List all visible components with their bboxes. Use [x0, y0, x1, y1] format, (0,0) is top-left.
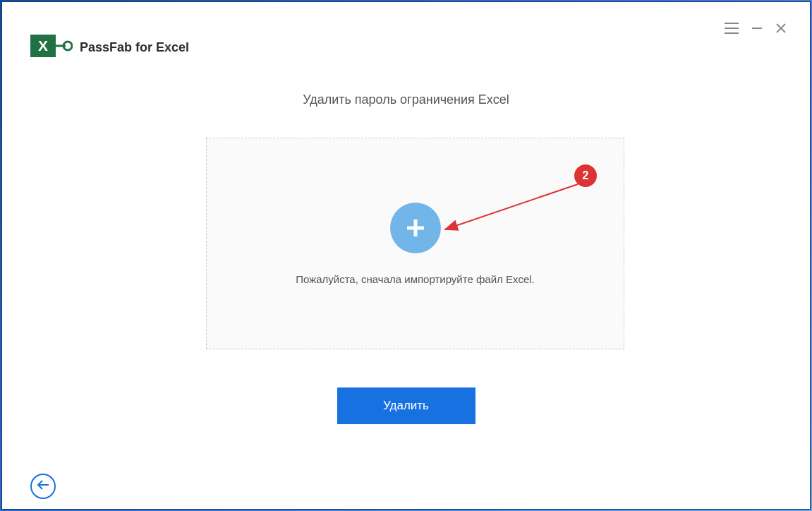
app-title: PassFab for Excel: [80, 40, 189, 55]
close-icon[interactable]: [775, 22, 787, 35]
page-heading: Удалить пароль ограничения Excel: [2, 92, 810, 107]
svg-text:X: X: [38, 37, 48, 54]
back-button[interactable]: [30, 474, 56, 499]
remove-button[interactable]: Удалить: [337, 387, 475, 424]
minimize-icon[interactable]: [751, 22, 763, 35]
arrow-left-icon: [36, 479, 50, 493]
titlebar-controls: [724, 22, 787, 35]
file-dropzone[interactable]: Пожалуйста, сначала импортируйте файл Ex…: [206, 138, 624, 349]
add-file-button[interactable]: [390, 203, 441, 253]
plus-icon: [403, 215, 428, 241]
app-window: X PassFab for Excel Удалить пароль огран…: [1, 1, 811, 510]
excel-logo-icon: X: [29, 30, 73, 64]
app-header: X PassFab for Excel: [29, 30, 189, 64]
dropzone-instruction: Пожалуйста, сначала импортируйте файл Ex…: [296, 273, 535, 285]
menu-icon[interactable]: [724, 22, 739, 35]
